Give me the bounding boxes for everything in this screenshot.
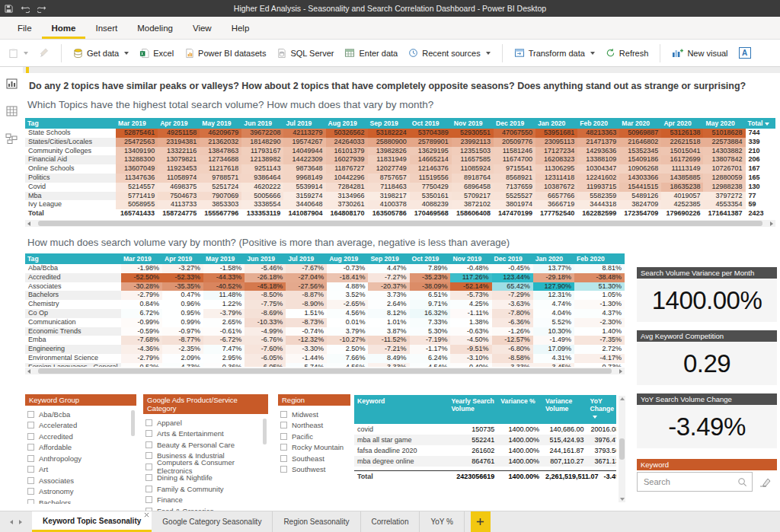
value-cell[interactable]: 162282599 [577,209,619,218]
value-cell[interactable]: 13388109 [577,155,619,164]
value-cell[interactable]: 11113149 [661,164,703,174]
tab-scroll-left-icon[interactable] [10,520,13,524]
value-cell[interactable]: 23194381 [158,138,200,147]
value-cell[interactable]: 4.25% [450,300,491,309]
value-cell[interactable]: -12.32% [286,336,327,345]
value-cell[interactable]: -52.14% [450,282,491,291]
value-cell[interactable]: 7284281 [326,183,368,192]
month-column-header[interactable]: Mar 2019 [116,118,158,129]
value-cell[interactable]: 7.66% [327,354,368,363]
value-cell[interactable]: -2.79% [121,291,162,300]
value-cell[interactable]: 14293636 [577,147,619,156]
value-cell[interactable]: 155567796 [200,209,241,218]
value-cell[interactable]: -7.19% [410,336,451,345]
value-cell[interactable]: -38.09% [410,282,451,291]
checkbox[interactable] [280,411,287,418]
value-cell[interactable]: 12351503 [452,147,494,156]
keyword-cell[interactable]: fafsa deadline 2020 [354,445,448,456]
value-cell[interactable]: 158606408 [452,209,494,218]
value-cell[interactable]: 3801974 [494,200,535,209]
menu-insert[interactable]: Insert [85,19,127,39]
value-cell[interactable]: 16.32% [410,309,451,318]
value-cell[interactable]: 3134966 [326,192,368,201]
value-cell[interactable]: 163505786 [368,209,410,218]
tab-correlation[interactable]: Correlation [361,511,420,532]
value-cell[interactable]: -3.27% [162,264,203,273]
value-cell[interactable]: 11674700 [494,155,535,164]
slicer-item[interactable]: Pacific [278,431,350,442]
value-cell[interactable]: 4.56% [327,309,368,318]
value-cell[interactable]: 3198217 [368,192,410,201]
value-cell[interactable]: 21646802 [619,138,661,147]
value-cell[interactable]: 3793.56% [587,445,616,456]
value-cell[interactable]: 1400.00% [497,424,542,435]
tab-google-category-seasonality[interactable]: Google Category Seasonality [152,511,273,532]
value-cell[interactable]: 1.01% [368,318,409,327]
value-cell[interactable]: 11993715 [577,183,619,192]
menu-help[interactable]: Help [222,19,260,39]
value-cell[interactable]: 123.44% [492,273,533,282]
value-cell[interactable]: 14303366 [619,174,661,183]
value-cell[interactable]: 9251143 [241,164,283,174]
value-cell[interactable]: -6.72% [203,336,245,345]
checkbox[interactable] [145,441,152,448]
month-column-header[interactable]: Sep 2019 [368,118,410,129]
value-cell[interactable]: 17127234 [535,147,577,156]
value-cell[interactable]: 3797272 [703,192,745,201]
value-cell[interactable]: -35.35% [162,282,203,291]
value-cell[interactable]: -6.36% [492,318,533,327]
column-header[interactable]: Variance Volume [542,395,587,424]
value-cell[interactable]: 3824709 [619,200,661,209]
value-cell[interactable]: -44.33% [203,273,245,282]
checkbox[interactable] [280,466,287,473]
value-cell[interactable]: 7907069 [200,192,241,201]
value-cell[interactable]: 15409186 [619,155,661,164]
value-cell[interactable]: -0.36% [203,363,245,367]
value-cell[interactable]: 261602 [448,445,497,456]
slicer-item[interactable]: Apparel [143,417,268,428]
value-cell[interactable]: 14665214 [410,155,452,164]
slicer-item[interactable]: Associates [25,475,136,486]
slicer-item[interactable]: Accredited [25,431,136,442]
value-cell[interactable]: -1.58% [203,264,245,273]
table2-horizontal-scrollbar[interactable] [25,368,625,374]
value-cell[interactable]: -2.30% [574,318,625,327]
value-cell[interactable]: 1.22% [203,300,245,309]
value-cell[interactable]: 2423056619 [448,470,497,482]
value-cell[interactable]: 47067550 [494,129,535,138]
value-cell[interactable]: 25880900 [368,138,410,147]
slicer-item[interactable]: Astronomy [25,486,136,498]
value-cell[interactable]: 12311418 [535,174,577,183]
value-cell[interactable]: -1.44% [286,354,327,363]
checkbox[interactable] [145,474,152,481]
value-cell[interactable]: 7.47% [203,345,245,354]
enter-data-button[interactable]: Enter data [339,44,403,62]
value-cell[interactable]: 3730261 [326,200,368,209]
value-cell[interactable]: -26.18% [245,273,286,282]
value-cell[interactable]: -18.41% [327,273,368,282]
value-cell[interactable]: 1400.00% [497,435,542,445]
checkbox[interactable] [145,419,152,426]
value-cell[interactable]: -52.33% [162,273,203,282]
value-cell[interactable]: -1.11% [450,309,491,318]
value-cell[interactable]: 4698375 [158,183,200,192]
value-cell[interactable]: 11.48% [203,291,245,300]
month-column-header[interactable]: May 2019 [203,253,245,264]
menu-modeling[interactable]: Modeling [127,19,183,39]
value-cell[interactable]: -8.50% [245,291,286,300]
value-cell[interactable]: 3.79% [327,327,368,336]
value-cell[interactable]: 4100378 [368,200,410,209]
value-cell[interactable]: 4113733 [158,200,200,209]
checkbox[interactable] [280,455,287,462]
refresh-button[interactable]: Refresh [600,44,654,62]
value-cell[interactable]: 65.42% [492,282,533,291]
sql-server-button[interactable]: SQL Server [271,44,339,62]
value-cell[interactable]: 11657585 [452,155,494,164]
value-cell[interactable]: -5.46% [245,264,286,273]
month-column-header[interactable]: Oct 2019 [410,118,452,129]
keyword-cell[interactable]: mba all star game [354,435,448,445]
value-cell[interactable]: -3.10% [450,354,491,363]
value-cell[interactable]: 53951681 [535,129,577,138]
value-cell[interactable]: -0.73% [327,264,368,273]
checkbox[interactable] [27,455,34,462]
